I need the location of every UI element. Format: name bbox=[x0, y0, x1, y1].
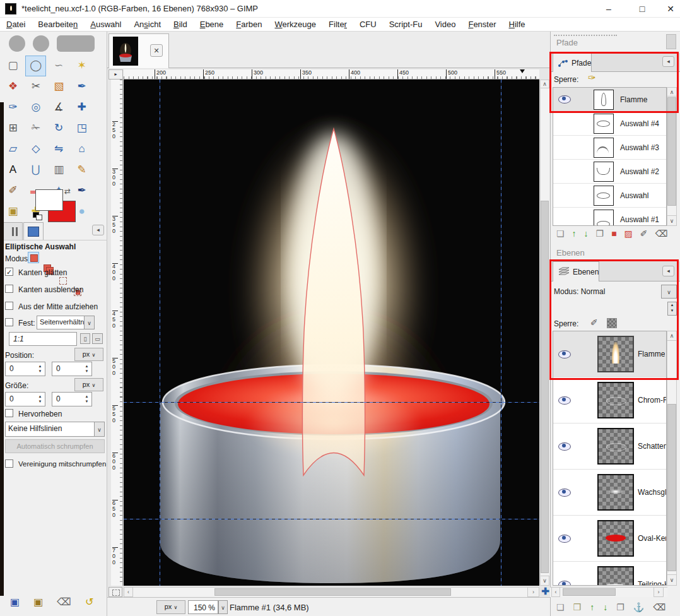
menu-item[interactable]: Bearbeiten bbox=[32, 18, 84, 31]
scroll-up-icon[interactable]: ∧ bbox=[667, 331, 677, 341]
scale-tool[interactable]: ◳ bbox=[71, 118, 92, 139]
paths-vscroll-thumb[interactable] bbox=[667, 97, 676, 206]
text-tool[interactable]: A bbox=[3, 160, 23, 181]
visibility-eye-icon[interactable] bbox=[558, 442, 571, 451]
measure-tool[interactable]: ∡ bbox=[49, 97, 69, 118]
position-x-input[interactable]: 0▲▼ bbox=[5, 362, 45, 376]
rotate-tool[interactable]: ↻ bbox=[49, 118, 69, 139]
scroll-left-icon[interactable]: ‹ bbox=[551, 587, 560, 597]
crop-tool[interactable]: ✁ bbox=[25, 118, 46, 139]
color-picker-tool[interactable]: ✑ bbox=[3, 97, 23, 118]
shrink-merged-checkbox[interactable] bbox=[5, 459, 13, 468]
gradient-tool[interactable]: ▥ bbox=[49, 160, 69, 181]
path-row[interactable]: Auswahl bbox=[553, 184, 666, 208]
pencil-tool[interactable]: ✎ bbox=[71, 160, 92, 181]
landscape-icon[interactable]: ▭ bbox=[92, 333, 103, 344]
layer-row[interactable]: Chrom-F bbox=[553, 377, 666, 424]
zoom-tool[interactable]: ◎ bbox=[25, 97, 46, 118]
visibility-eye-icon[interactable] bbox=[558, 396, 571, 405]
canvas-hscroll-thumb[interactable] bbox=[214, 588, 451, 596]
menu-item[interactable]: Auswahl bbox=[84, 18, 127, 31]
scroll-up-icon[interactable]: ∧ bbox=[540, 80, 549, 88]
auto-shrink-button[interactable]: Automatisch schrumpfen bbox=[5, 439, 105, 453]
lock-alpha-icon[interactable] bbox=[607, 318, 617, 328]
mode-replace-button[interactable] bbox=[28, 252, 39, 263]
layer-row[interactable]: Teilring-H bbox=[553, 562, 666, 586]
reset-options-icon[interactable]: ↺ bbox=[85, 596, 93, 608]
delete-layer-button[interactable]: ⌫ bbox=[653, 601, 665, 613]
duplicate-path-button[interactable]: ❐ bbox=[596, 227, 604, 240]
free-select-tool[interactable]: ∽ bbox=[49, 56, 69, 76]
guides-select-arrow-icon[interactable]: ∨ bbox=[94, 422, 105, 437]
align-tool[interactable]: ⊞ bbox=[3, 118, 23, 139]
close-image-icon[interactable]: ✕ bbox=[150, 44, 163, 57]
ellipse-select-tool[interactable]: ◯ bbox=[25, 56, 46, 76]
foreground-select-tool[interactable]: ▧ bbox=[49, 76, 69, 97]
stroke-path-button[interactable]: ✐ bbox=[640, 227, 648, 240]
scroll-down-icon[interactable]: ∨ bbox=[667, 215, 677, 226]
horizontal-ruler[interactable]: 200250300350400450500550600 bbox=[124, 69, 539, 80]
visibility-eye-icon[interactable] bbox=[558, 95, 571, 104]
visibility-eye-icon[interactable] bbox=[558, 535, 571, 543]
clone-tool[interactable]: ▣ bbox=[3, 201, 23, 222]
expand-from-center-checkbox[interactable] bbox=[5, 302, 13, 310]
menu-item[interactable]: Ansicht bbox=[127, 18, 167, 31]
feather-checkbox[interactable] bbox=[5, 285, 13, 293]
swap-colors-icon[interactable]: ⇄ bbox=[64, 187, 71, 196]
lower-path-button[interactable]: ↓ bbox=[584, 227, 589, 240]
fixed-select-arrow-icon[interactable]: ∨ bbox=[84, 316, 95, 329]
tab-tool-options[interactable] bbox=[3, 222, 23, 240]
layers-vscroll-thumb[interactable] bbox=[667, 404, 676, 571]
tab-device-status[interactable] bbox=[23, 222, 44, 240]
status-unit-button[interactable]: px ∨ bbox=[156, 600, 185, 614]
canvas-vscroll-thumb[interactable] bbox=[541, 201, 549, 573]
paintbrush-tool[interactable]: ✐ bbox=[3, 181, 23, 201]
fixed-checkbox[interactable] bbox=[5, 318, 13, 326]
flip-tool[interactable]: ⇋ bbox=[49, 139, 69, 160]
new-layer-button[interactable]: ❏ bbox=[556, 601, 565, 613]
position-unit-button[interactable]: px ∨ bbox=[74, 348, 103, 361]
visibility-eye-icon[interactable] bbox=[558, 350, 571, 358]
collapse-layers-icon[interactable]: ◂ bbox=[662, 266, 674, 276]
menu-item[interactable]: Hilfe bbox=[503, 18, 532, 31]
new-path-button[interactable]: ❏ bbox=[556, 227, 565, 240]
anchor-layer-button[interactable]: ⚓ bbox=[633, 601, 644, 613]
guide-horizontal-top[interactable] bbox=[124, 402, 539, 403]
path-row[interactable]: Auswahl #4 bbox=[553, 112, 666, 136]
scissors-select-tool[interactable]: ✂ bbox=[25, 76, 46, 97]
highlight-checkbox[interactable] bbox=[5, 409, 13, 417]
delete-path-button[interactable]: ⌫ bbox=[655, 227, 668, 240]
foreground-color-swatch[interactable] bbox=[35, 189, 63, 211]
lower-layer-button[interactable]: ↓ bbox=[603, 601, 607, 613]
layer-row[interactable]: Oval-Ker bbox=[553, 516, 666, 562]
minimize-button[interactable]: – bbox=[594, 0, 623, 18]
paths-tool[interactable]: ✒ bbox=[71, 76, 92, 97]
pan-view-icon[interactable]: ✚ bbox=[540, 586, 551, 597]
tab-layers[interactable]: Ebenen bbox=[553, 261, 599, 281]
selection-to-path-button[interactable]: ▨ bbox=[624, 227, 633, 240]
size-w-input[interactable]: 0▲▼ bbox=[5, 392, 45, 406]
portrait-icon[interactable]: ▯ bbox=[80, 333, 90, 344]
menu-item[interactable]: Video bbox=[428, 18, 462, 31]
bucket-fill-tool[interactable]: ⋃ bbox=[25, 160, 46, 181]
default-colors-icon[interactable] bbox=[33, 212, 42, 220]
raise-path-button[interactable]: ↑ bbox=[572, 227, 577, 240]
menu-item[interactable]: Werkzeuge bbox=[269, 18, 323, 31]
path-row[interactable]: Auswahl #1 bbox=[553, 208, 666, 226]
cage-transform-tool[interactable]: ⌂ bbox=[71, 139, 92, 160]
scroll-right-icon[interactable]: › bbox=[654, 587, 664, 597]
select-by-color-tool[interactable]: ❖ bbox=[3, 76, 23, 97]
scroll-right-icon[interactable]: › bbox=[527, 587, 539, 597]
guide-horizontal-bottom[interactable] bbox=[124, 519, 539, 519]
maximize-button[interactable]: □ bbox=[628, 0, 657, 18]
antialias-checkbox[interactable]: ✓ bbox=[5, 268, 13, 276]
path-to-selection-button[interactable]: ■ bbox=[611, 227, 616, 240]
zoom-input[interactable]: 150 % bbox=[188, 600, 218, 614]
collapse-paths-icon[interactable]: ◂ bbox=[662, 56, 674, 67]
save-options-icon[interactable]: ▣ bbox=[10, 596, 20, 608]
canvas-viewport[interactable] bbox=[124, 80, 539, 586]
menu-item[interactable]: Filter bbox=[322, 18, 353, 31]
opacity-spinner[interactable]: ▲▼ bbox=[667, 302, 677, 316]
position-y-input[interactable]: 0▲▼ bbox=[52, 362, 92, 376]
size-unit-button[interactable]: px ∨ bbox=[74, 378, 103, 391]
